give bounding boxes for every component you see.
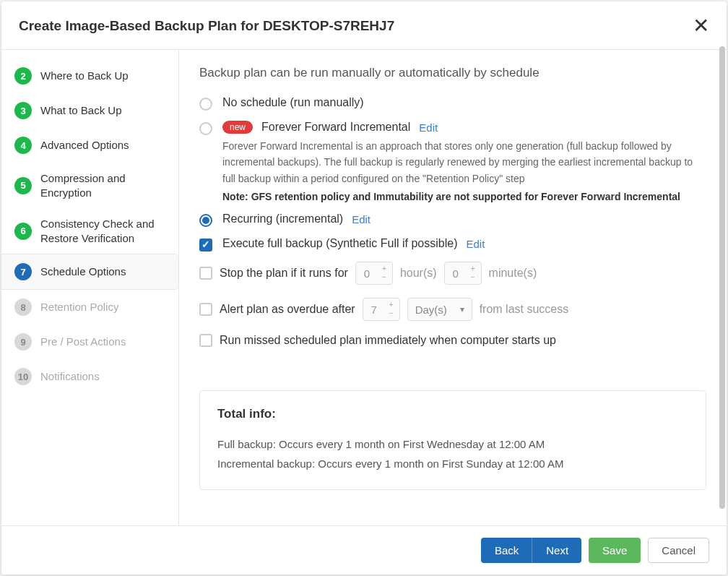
- no-schedule-label: No schedule (run manually): [222, 96, 364, 109]
- spin-up-icon[interactable]: +: [467, 265, 480, 273]
- hours-unit: hour(s): [400, 267, 437, 280]
- overdue-value-input[interactable]: +−: [363, 298, 400, 321]
- step-retention-policy: 8 Retention Policy: [1, 290, 178, 324]
- ffi-edit-link[interactable]: Edit: [419, 121, 438, 134]
- backup-plan-wizard-modal: Create Image-Based Backup Plan for DESKT…: [1, 1, 727, 575]
- radio-recurring[interactable]: [199, 214, 212, 227]
- step-label: Retention Policy: [40, 300, 118, 314]
- ffi-description: Forever Forward Incremental is an approa…: [222, 138, 706, 186]
- step-what-to-back-up[interactable]: 3 What to Back Up: [1, 93, 178, 128]
- stop-plan-hours-input[interactable]: +−: [355, 262, 393, 285]
- step-label: Compression and Encryption: [40, 171, 165, 199]
- step-consistency-check[interactable]: 6 Consistency Check and Restore Verifica…: [1, 208, 178, 254]
- run-missed-label: Run missed scheduled plan immediately wh…: [220, 334, 556, 347]
- spin-down-icon[interactable]: −: [385, 309, 398, 318]
- minutes-unit: minute(s): [489, 267, 537, 280]
- checkbox-full-backup[interactable]: [199, 238, 212, 252]
- step-label: Pre / Post Actions: [40, 335, 126, 349]
- next-button[interactable]: Next: [532, 538, 581, 563]
- cancel-button[interactable]: Cancel: [648, 538, 709, 563]
- step-number: 2: [14, 67, 32, 85]
- ffi-note: Note: GFS retention policy and Immutabil…: [222, 191, 706, 202]
- overdue-suffix: from last success: [480, 303, 569, 316]
- nav-button-group: Back Next: [481, 538, 581, 563]
- total-full-backup: Full backup: Occurs every 1 month on Fir…: [217, 434, 688, 454]
- overdue-unit-value: Day(s): [415, 304, 447, 316]
- step-where-to-back-up[interactable]: 2 Where to Back Up: [1, 59, 178, 93]
- spin-up-icon[interactable]: +: [378, 265, 391, 273]
- option-forever-forward-incremental: new Forever Forward Incremental Edit For…: [199, 121, 706, 202]
- hours-field[interactable]: [356, 267, 378, 280]
- option-overdue-alert: Alert plan as overdue after +− Day(s) fr…: [199, 298, 706, 321]
- ffi-label: Forever Forward Incremental: [261, 121, 410, 134]
- checkbox-run-missed[interactable]: [199, 334, 212, 347]
- radio-ffi[interactable]: [199, 122, 212, 135]
- step-number: 6: [14, 223, 32, 240]
- step-label: Advanced Options: [40, 138, 129, 152]
- checkbox-overdue[interactable]: [199, 303, 212, 316]
- radio-no-schedule[interactable]: [199, 98, 212, 111]
- back-button[interactable]: Back: [481, 538, 532, 563]
- content-heading: Backup plan can be run manually or autom…: [199, 66, 706, 80]
- total-info-title: Total info:: [217, 407, 688, 421]
- step-number: 10: [14, 368, 32, 385]
- overdue-unit-select[interactable]: Day(s): [407, 298, 472, 321]
- total-incremental-backup: Incremental backup: Occurs every 1 month…: [217, 454, 688, 473]
- step-label: Consistency Check and Restore Verificati…: [40, 217, 165, 245]
- step-label: Schedule Options: [40, 265, 126, 279]
- spin-down-icon[interactable]: −: [467, 273, 480, 282]
- step-label: What to Back Up: [40, 103, 122, 118]
- stop-plan-label: Stop the plan if it runs for: [220, 267, 348, 280]
- step-number: 3: [14, 102, 32, 119]
- step-notifications: 10 Notifications: [1, 359, 178, 394]
- minutes-field[interactable]: [445, 267, 467, 280]
- option-stop-plan: Stop the plan if it runs for +− hour(s) …: [199, 262, 706, 285]
- step-number: 4: [14, 137, 32, 154]
- modal-footer: Back Next Save Cancel: [1, 525, 727, 575]
- spin-up-icon[interactable]: +: [385, 301, 398, 309]
- option-full-backup: Execute full backup (Synthetic Full if p…: [199, 237, 706, 252]
- overdue-label: Alert plan as overdue after: [220, 303, 355, 316]
- step-number: 5: [14, 177, 32, 194]
- step-advanced-options[interactable]: 4 Advanced Options: [1, 128, 178, 163]
- stop-plan-minutes-input[interactable]: +−: [444, 262, 482, 285]
- new-badge: new: [222, 121, 253, 134]
- step-number: 7: [14, 263, 32, 280]
- scrollbar[interactable]: [719, 46, 725, 524]
- scrollbar-thumb[interactable]: [719, 46, 725, 509]
- step-pre-post-actions: 9 Pre / Post Actions: [1, 324, 178, 359]
- wizard-sidebar: 2 Where to Back Up 3 What to Back Up 4 A…: [1, 50, 179, 525]
- modal-body: 2 Where to Back Up 3 What to Back Up 4 A…: [1, 50, 727, 525]
- full-backup-label: Execute full backup (Synthetic Full if p…: [222, 237, 457, 250]
- total-info-panel: Total info: Full backup: Occurs every 1 …: [199, 390, 706, 490]
- overdue-field[interactable]: [363, 304, 385, 316]
- full-backup-edit-link[interactable]: Edit: [466, 238, 485, 250]
- option-recurring: Recurring (incremental) Edit: [199, 212, 706, 227]
- close-button[interactable]: ✕: [693, 16, 709, 36]
- spin-down-icon[interactable]: −: [378, 273, 391, 282]
- save-button[interactable]: Save: [589, 538, 641, 563]
- recurring-edit-link[interactable]: Edit: [352, 213, 370, 225]
- step-compression-encryption[interactable]: 5 Compression and Encryption: [1, 163, 178, 208]
- wizard-content: Backup plan can be run manually or autom…: [179, 50, 727, 525]
- checkbox-stop-plan[interactable]: [199, 267, 212, 280]
- step-label: Notifications: [40, 369, 100, 384]
- step-number: 8: [14, 298, 32, 316]
- option-run-missed: Run missed scheduled plan immediately wh…: [199, 334, 706, 347]
- step-schedule-options[interactable]: 7 Schedule Options: [1, 254, 179, 290]
- recurring-label: Recurring (incremental): [222, 212, 343, 225]
- step-label: Where to Back Up: [40, 69, 129, 83]
- modal-title: Create Image-Based Backup Plan for DESKT…: [19, 18, 394, 34]
- modal-header: Create Image-Based Backup Plan for DESKT…: [1, 1, 727, 50]
- option-no-schedule: No schedule (run manually): [199, 96, 706, 111]
- step-number: 9: [14, 333, 32, 351]
